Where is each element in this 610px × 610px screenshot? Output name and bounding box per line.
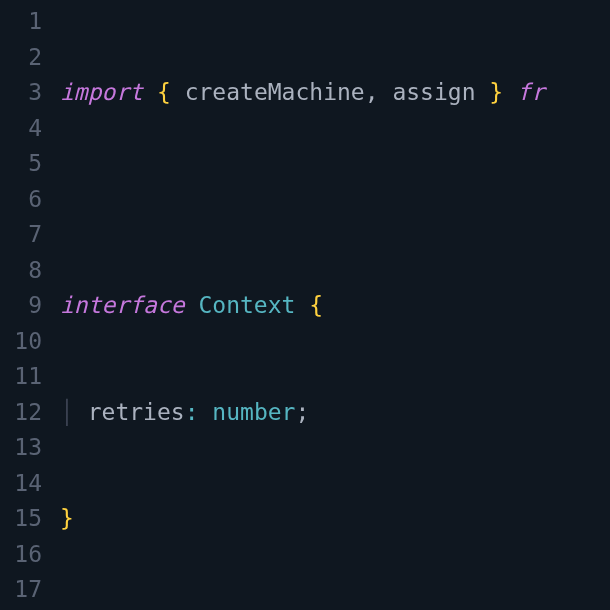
indent-guide: │ (60, 399, 88, 425)
code-area[interactable]: import { createMachine, assign } fr inte… (60, 0, 545, 610)
identifier: assign (392, 79, 475, 105)
line-number: 5 (0, 146, 42, 182)
brace-open: { (157, 79, 171, 105)
line-number: 13 (0, 430, 42, 466)
line-number: 11 (0, 359, 42, 395)
line-number: 9 (0, 288, 42, 324)
brace-close: } (489, 79, 503, 105)
line-number: 2 (0, 40, 42, 76)
keyword-interface: interface (60, 292, 185, 318)
brace-close: } (60, 505, 74, 531)
type-name: Context (198, 292, 295, 318)
line-number: 4 (0, 111, 42, 147)
line-number: 3 (0, 75, 42, 111)
line-number: 8 (0, 253, 42, 289)
line-number: 1 (0, 4, 42, 40)
line-number: 17 (0, 572, 42, 608)
line-number: 7 (0, 217, 42, 253)
line-number: 16 (0, 537, 42, 573)
colon: : (185, 399, 199, 425)
code-line: │ retries: number; (60, 395, 545, 431)
code-editor: 1 2 3 4 5 6 7 8 9 10 11 12 13 14 15 16 1… (0, 0, 610, 610)
line-number: 15 (0, 501, 42, 537)
keyword-import: import (60, 79, 143, 105)
type-number: number (212, 399, 295, 425)
brace-open: { (309, 292, 323, 318)
property: retries (88, 399, 185, 425)
semicolon: ; (295, 399, 309, 425)
line-number-gutter: 1 2 3 4 5 6 7 8 9 10 11 12 13 14 15 16 1… (0, 0, 60, 610)
line-number: 10 (0, 324, 42, 360)
keyword-from: fr (517, 79, 545, 105)
code-line (60, 182, 545, 218)
line-number: 6 (0, 182, 42, 218)
line-number: 12 (0, 395, 42, 431)
code-line: interface Context { (60, 288, 545, 324)
comma: , (365, 79, 379, 105)
identifier: createMachine (185, 79, 365, 105)
code-line: import { createMachine, assign } fr (60, 75, 545, 111)
line-number: 14 (0, 466, 42, 502)
code-line: } (60, 501, 545, 537)
